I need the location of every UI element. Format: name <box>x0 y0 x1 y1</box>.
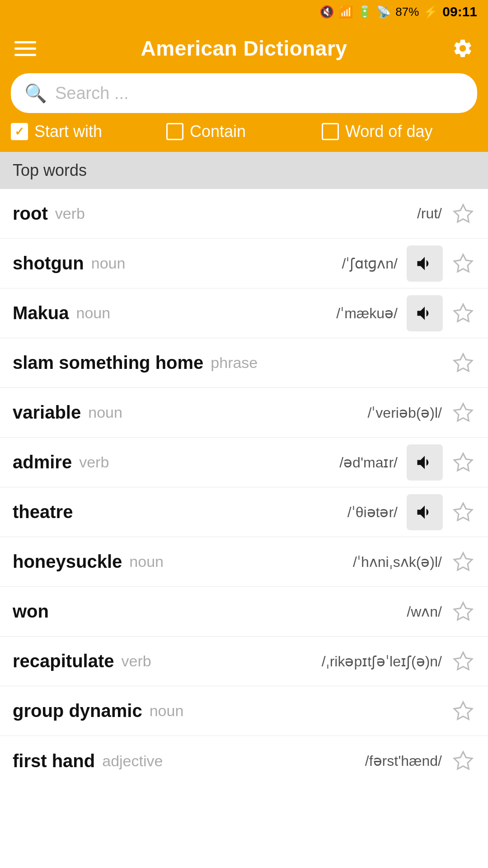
word-row[interactable]: honeysucklenoun/ˈhʌniˌsʌk(ə)l/ <box>0 537 488 587</box>
star-button[interactable] <box>451 401 475 425</box>
svg-marker-5 <box>454 453 472 471</box>
search-container: 🔍 <box>0 73 488 122</box>
svg-marker-7 <box>454 553 472 570</box>
app-title: American Dictionary <box>141 36 347 61</box>
word-type: noun <box>129 553 164 571</box>
search-bar[interactable]: 🔍 <box>11 73 477 113</box>
checkbox-word-of-day[interactable] <box>322 123 339 140</box>
word-phonetic: /rut/ <box>417 205 442 222</box>
svg-marker-9 <box>454 652 472 670</box>
word-row[interactable]: theatre/ˈθiətər/ <box>0 487 488 537</box>
filter-word-of-day-label: Word of day <box>345 122 432 141</box>
section-title: Top words <box>13 161 87 179</box>
filter-contain[interactable]: Contain <box>166 122 322 141</box>
word-row[interactable]: first handadjective/fərst'hænd/ <box>0 736 488 786</box>
word-text: root <box>13 203 48 224</box>
word-text: recapitulate <box>13 651 114 671</box>
word-type: verb <box>55 205 85 222</box>
word-phonetic: /ˈmækuə/ <box>336 305 398 322</box>
star-button[interactable] <box>451 202 475 226</box>
filter-start-with-label: Start with <box>34 122 102 141</box>
word-row[interactable]: slam something homephrase <box>0 338 488 388</box>
word-text: honeysuckle <box>13 552 122 572</box>
word-type: verb <box>79 453 109 471</box>
word-phonetic: /ˈveriəb(ə)l/ <box>367 404 442 421</box>
word-row[interactable]: recapitulateverb/ˌrikəpɪtʃəˈleɪʃ(ə)n/ <box>0 637 488 686</box>
word-phonetic: /wʌn/ <box>407 603 442 620</box>
star-button[interactable] <box>451 649 475 674</box>
word-list: rootverb/rut/ shotgunnoun/ˈʃɑtɡʌn/ Makua… <box>0 189 488 786</box>
star-button[interactable] <box>451 699 475 723</box>
app-header: American Dictionary <box>0 24 488 73</box>
star-button[interactable] <box>451 550 475 574</box>
mute-icon: 🔇 <box>319 5 334 19</box>
word-phonetic: /ˈhʌniˌsʌk(ə)l/ <box>353 553 442 571</box>
svg-marker-10 <box>454 702 472 719</box>
word-row[interactable]: admireverb/əd'maɪr/ <box>0 438 488 487</box>
star-button[interactable] <box>451 500 475 524</box>
word-text: Makua <box>13 303 69 323</box>
star-button[interactable] <box>451 599 475 624</box>
status-bar: 🔇 📶 🔋 📡 87% ⚡ 09:11 <box>0 0 488 24</box>
sound-button[interactable] <box>407 245 443 282</box>
word-text: won <box>13 601 49 622</box>
word-text: admire <box>13 452 72 472</box>
checkbox-start-with[interactable] <box>11 123 28 140</box>
word-phonetic: /ˈʃɑtɡʌn/ <box>342 255 398 272</box>
word-row[interactable]: Makuanoun/ˈmækuə/ <box>0 288 488 338</box>
section-header: Top words <box>0 152 488 189</box>
star-button[interactable] <box>451 351 475 375</box>
wifi-icon: 📶 <box>338 5 353 19</box>
word-type: noun <box>76 304 111 322</box>
svg-marker-6 <box>454 503 472 520</box>
checkbox-contain[interactable] <box>166 123 183 140</box>
svg-marker-8 <box>454 603 472 620</box>
word-type: noun <box>150 702 184 720</box>
word-row[interactable]: rootverb/rut/ <box>0 189 488 239</box>
word-text: shotgun <box>13 253 84 274</box>
word-row[interactable]: shotgunnoun/ˈʃɑtɡʌn/ <box>0 239 488 288</box>
word-phonetic: /ˌrikəpɪtʃəˈleɪʃ(ə)n/ <box>322 653 442 670</box>
word-phonetic: /fərst'hænd/ <box>365 752 442 769</box>
word-text: slam something home <box>13 353 203 373</box>
settings-button[interactable] <box>452 38 474 59</box>
word-text: group dynamic <box>13 701 142 721</box>
word-text: variable <box>13 402 81 423</box>
svg-marker-2 <box>454 304 472 321</box>
word-text: theatre <box>13 502 73 522</box>
word-type: noun <box>91 255 126 272</box>
word-type: adjective <box>102 752 163 770</box>
word-row[interactable]: variablenoun/ˈveriəb(ə)l/ <box>0 388 488 438</box>
filter-start-with[interactable]: Start with <box>11 122 166 141</box>
word-text: first hand <box>13 751 95 771</box>
sound-button[interactable] <box>407 494 443 530</box>
filter-contain-label: Contain <box>190 122 246 141</box>
star-button[interactable] <box>451 450 475 475</box>
word-type: noun <box>88 404 122 421</box>
sound-button[interactable] <box>407 295 443 331</box>
battery-icon: ⚡ <box>423 5 438 19</box>
star-button[interactable] <box>451 301 475 326</box>
word-row[interactable]: won/wʌn/ <box>0 587 488 637</box>
menu-button[interactable] <box>14 41 36 56</box>
word-row[interactable]: group dynamicnoun <box>0 686 488 736</box>
sound-button[interactable] <box>407 444 443 481</box>
search-input[interactable] <box>55 84 464 103</box>
word-phonetic: /ˈθiətər/ <box>347 504 398 521</box>
sim-icon: 🔋 <box>357 5 372 19</box>
word-type: phrase <box>211 354 258 372</box>
search-icon: 🔍 <box>24 83 47 104</box>
svg-marker-1 <box>454 255 472 272</box>
word-phonetic: /əd'maɪr/ <box>339 454 398 471</box>
status-time: 09:11 <box>442 4 477 19</box>
svg-marker-11 <box>454 752 472 769</box>
svg-marker-3 <box>454 354 472 371</box>
filter-word-of-day[interactable]: Word of day <box>322 122 477 141</box>
filter-row: Start with Contain Word of day <box>0 122 488 152</box>
star-button[interactable] <box>451 251 475 276</box>
svg-marker-0 <box>454 205 472 222</box>
svg-marker-4 <box>454 404 472 421</box>
word-type: verb <box>122 652 151 670</box>
star-button[interactable] <box>451 749 475 773</box>
signal-icon: 📡 <box>376 5 391 19</box>
